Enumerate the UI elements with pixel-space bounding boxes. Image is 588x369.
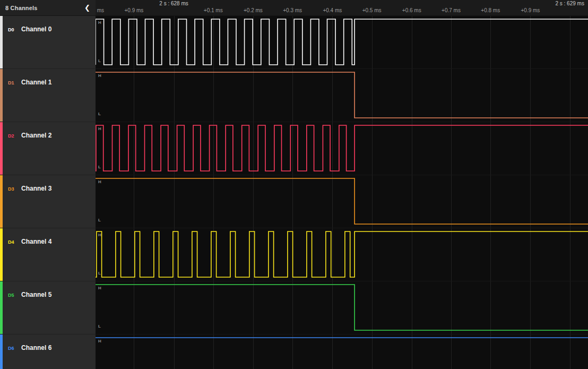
channel-name-label: Channel 6	[21, 344, 51, 351]
channel-color-strip	[0, 175, 3, 228]
digital-waveform	[96, 281, 588, 334]
ruler-minor-label: +0.8 ms	[481, 7, 500, 13]
channel-count-title: 8 Channels	[5, 5, 38, 11]
channel-id-label: D0	[8, 27, 14, 32]
channel-row-d3[interactable]: D3Channel 3	[0, 175, 96, 228]
channel-id-label: D6	[8, 346, 14, 351]
digital-waveform	[96, 175, 588, 228]
ruler-minor-label: +0.7 ms	[442, 7, 461, 13]
digital-waveform	[96, 228, 588, 281]
channel-color-strip	[0, 69, 3, 122]
channel-row-d2[interactable]: D2Channel 2	[0, 122, 96, 175]
channel-sidebar: D0Channel 0D1Channel 1D2Channel 2D3Chann…	[0, 16, 96, 369]
digital-waveform	[96, 122, 588, 175]
channel-color-strip	[0, 334, 3, 369]
ruler-minor-label: +0.8 ms	[96, 7, 104, 13]
channel-name-label: Channel 5	[21, 291, 51, 298]
channel-color-strip	[0, 228, 3, 281]
ruler-minor-label: +0.2 ms	[244, 7, 263, 13]
ruler-minor-label: +0.4 ms	[323, 7, 342, 13]
channel-id-label: D1	[8, 80, 14, 85]
ruler-minor-label: +0.9 ms	[124, 7, 143, 13]
channel-id-label: D2	[8, 133, 14, 139]
channel-row-d0[interactable]: D0Channel 0	[0, 16, 96, 69]
main-area: D0Channel 0D1Channel 1D2Channel 2D3Chann…	[0, 16, 588, 369]
sidebar-header: 8 Channels ❮	[0, 0, 96, 16]
channel-row-d4[interactable]: D4Channel 4	[0, 228, 96, 281]
channel-row-d5[interactable]: D5Channel 5	[0, 281, 96, 334]
waveform-row-d2[interactable]: HL	[96, 122, 588, 175]
top-bar: 8 Channels ❮ 2 s : 628 ms2 s : 629 ms+0.…	[0, 0, 588, 16]
waveform-row-d6[interactable]: HL	[96, 334, 588, 369]
channel-name-label: Channel 1	[21, 79, 51, 86]
channel-color-strip	[0, 281, 3, 334]
channel-id-label: D4	[8, 239, 14, 245]
logic-analyzer-app: 8 Channels ❮ 2 s : 628 ms2 s : 629 ms+0.…	[0, 0, 588, 369]
channel-row-d6[interactable]: D6Channel 6	[0, 334, 96, 369]
collapse-sidebar-icon[interactable]: ❮	[84, 4, 90, 11]
waveform-row-d3[interactable]: HL	[96, 175, 588, 228]
channel-name-label: Channel 0	[21, 25, 51, 33]
waveform-row-d0[interactable]: HL	[96, 16, 588, 69]
time-ruler[interactable]: 2 s : 628 ms2 s : 629 ms+0.8 ms+0.9 ms+0…	[96, 0, 588, 16]
ruler-minor-label: +0.3 ms	[283, 7, 302, 13]
waveform-row-d1[interactable]: HL	[96, 69, 588, 122]
channel-id-label: D3	[8, 186, 14, 192]
digital-waveform	[96, 69, 588, 122]
waveform-row-d5[interactable]: HL	[96, 281, 588, 334]
ruler-minor-label: +0.6 ms	[402, 7, 421, 13]
ruler-minor-label: +0.5 ms	[362, 7, 382, 13]
ruler-major-label: 2 s : 628 ms	[159, 1, 188, 6]
digital-waveform	[96, 334, 588, 369]
ruler-minor-label: +0.9 ms	[521, 7, 540, 13]
channel-name-label: Channel 2	[21, 132, 51, 139]
digital-waveform	[96, 16, 588, 69]
ruler-major-label: 2 s : 629 ms	[555, 1, 584, 6]
ruler-minor-label: +0.1 ms	[204, 7, 223, 13]
channel-color-strip	[0, 122, 3, 175]
channel-name-label: Channel 4	[21, 238, 51, 245]
waveform-area[interactable]: HLHLHLHLHLHLHL	[96, 16, 588, 369]
waveform-row-d4[interactable]: HL	[96, 228, 588, 281]
channel-color-strip	[0, 16, 3, 68]
channel-row-d1[interactable]: D1Channel 1	[0, 69, 96, 122]
channel-name-label: Channel 3	[21, 185, 51, 192]
channel-id-label: D5	[8, 293, 14, 298]
